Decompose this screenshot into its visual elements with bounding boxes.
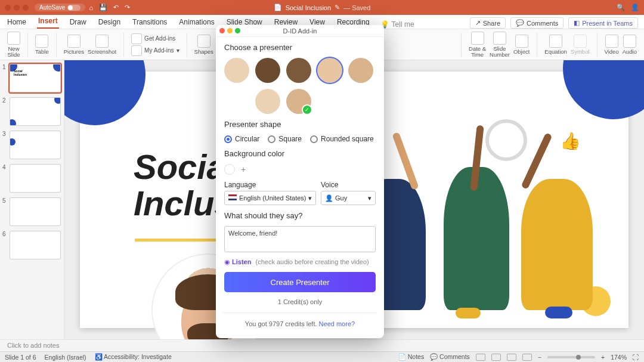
symbol-button[interactable]: Symbol — [571, 35, 590, 55]
normal-view-button[interactable] — [476, 354, 485, 361]
choose-presenter-heading: Choose a presenter — [224, 43, 376, 52]
language-label: Language — [224, 181, 316, 189]
zoom-slider[interactable] — [547, 356, 595, 358]
comments-button[interactable]: 💬Comments — [510, 17, 564, 29]
slide-illustration: 👍 — [354, 107, 605, 316]
accessibility-status[interactable]: ♿ Accessibility: Investigate — [95, 353, 172, 361]
bg-color-row: + — [224, 164, 376, 175]
listen-row[interactable]: ◉ Listen (check audio before creating th… — [224, 258, 376, 266]
slideshow-view-button[interactable] — [522, 354, 532, 361]
redo-icon[interactable]: ↷ — [125, 4, 130, 11]
chevron-down-icon: ▾ — [368, 194, 371, 202]
need-more-link[interactable]: Need more? — [319, 320, 355, 327]
add-bg-color-button[interactable]: + — [241, 165, 246, 174]
presenter-option-2[interactable] — [255, 58, 280, 83]
home-icon[interactable]: ⌂ — [89, 4, 93, 11]
shape-square-radio[interactable]: Square — [268, 135, 302, 143]
thumbnail-6[interactable] — [10, 231, 61, 259]
language-status[interactable]: English (Israel) — [45, 354, 86, 361]
datetime-button[interactable]: Date & Time — [469, 32, 486, 58]
presenter-option-4[interactable] — [317, 58, 342, 83]
presenter-option-1[interactable] — [224, 58, 249, 83]
present-teams-button[interactable]: ◧Present in Teams — [568, 17, 638, 29]
video-button[interactable]: Video — [605, 35, 619, 55]
zoom-out-button[interactable]: − — [538, 354, 541, 361]
pictures-button[interactable]: Pictures — [64, 35, 84, 55]
bg-color-white[interactable] — [224, 164, 235, 175]
credits-cost: 1 Credit(s) only — [224, 298, 376, 305]
get-addins-button[interactable]: Get Add-ins — [131, 33, 175, 45]
audio-button[interactable]: Audio — [623, 35, 637, 55]
tab-animations[interactable]: Animations — [178, 16, 215, 29]
mac-window-controls[interactable] — [5, 5, 29, 11]
tell-me[interactable]: 💡Tell me — [380, 20, 414, 29]
modal-title: D-ID Add-in — [283, 27, 317, 35]
search-icon[interactable]: 🔍 — [617, 4, 625, 11]
new-slide-button[interactable]: New Slide — [7, 32, 20, 58]
shape-rounded-radio[interactable]: Rounded square — [310, 135, 374, 143]
notes-toggle[interactable]: 📄 Notes — [398, 353, 424, 361]
slide-thumbnails: 1SocialInclusion 2 3 4 5 6 — [0, 60, 64, 339]
teams-icon: ◧ — [574, 19, 580, 27]
shape-circular-radio[interactable]: Circular — [224, 135, 259, 143]
flag-icon — [228, 194, 237, 200]
presenter-shape-heading: Presenter shape — [224, 120, 376, 129]
quick-access-toolbar: ⌂ 💾 ↶ ↷ — [89, 4, 130, 11]
autosave-toggle[interactable]: AutoSave — [35, 4, 85, 11]
notes-pane[interactable]: Click to add notes — [0, 339, 644, 351]
share-button[interactable]: ↗Share — [470, 17, 506, 29]
presenter-shape-radios: Circular Square Rounded square — [224, 135, 376, 143]
slidenumber-button[interactable]: Slide Number — [490, 32, 510, 58]
zoom-level[interactable]: 174% — [611, 354, 627, 361]
tab-home[interactable]: Home — [6, 16, 27, 29]
tab-transitions[interactable]: Transitions — [131, 16, 168, 29]
tab-draw[interactable]: Draw — [69, 16, 88, 29]
tab-design[interactable]: Design — [97, 16, 122, 29]
presenter-option-6[interactable] — [255, 89, 280, 114]
modal-window-controls[interactable] — [219, 28, 240, 33]
thumbnail-4[interactable] — [10, 164, 61, 193]
modal-titlebar: D-ID Add-in — [216, 25, 384, 37]
script-textarea[interactable]: Welcome, friend! — [224, 226, 376, 252]
doc-icon: 📄 — [274, 4, 282, 11]
thumbnail-5[interactable] — [10, 197, 61, 226]
shapes-button[interactable]: Shapes — [194, 35, 213, 55]
doc-name: Social Inclusion — [286, 4, 331, 11]
comment-icon: 💬 — [516, 19, 524, 27]
sorter-view-button[interactable] — [491, 354, 501, 361]
say-heading: What should they say? — [224, 211, 376, 220]
chevron-down-icon: ▾ — [177, 47, 179, 54]
presenter-grid — [224, 58, 376, 114]
bg-color-heading: Background color — [224, 149, 376, 158]
tab-insert[interactable]: Insert — [37, 14, 59, 29]
create-presenter-button[interactable]: Create Presenter — [224, 272, 376, 292]
object-button[interactable]: Object — [513, 35, 530, 55]
screenshot-button[interactable]: Screenshot — [88, 35, 116, 55]
autosave-label: AutoSave — [39, 4, 65, 11]
undo-icon[interactable]: ↶ — [113, 4, 119, 11]
voice-select[interactable]: 👤 Guy ▾ — [321, 191, 376, 205]
presenter-option-3[interactable] — [286, 58, 311, 83]
thumbnail-1[interactable]: SocialInclusion — [10, 64, 61, 92]
user-icon[interactable]: 👤 — [631, 4, 639, 11]
saved-label: — Saved — [343, 4, 370, 11]
zoom-in-button[interactable]: + — [601, 354, 605, 361]
table-button[interactable]: Table — [35, 35, 49, 55]
presenter-option-5[interactable] — [348, 58, 373, 83]
language-select[interactable]: English (United States) ▾ — [224, 191, 316, 205]
comments-toggle[interactable]: 💬 Comments — [430, 353, 470, 361]
presenter-option-7[interactable] — [286, 89, 311, 114]
reading-view-button[interactable] — [507, 354, 516, 361]
doc-title: 📄 Social Inclusion ✎ — Saved — [274, 4, 371, 11]
thumbnail-2[interactable] — [10, 97, 61, 126]
save-icon[interactable]: 💾 — [99, 4, 107, 11]
person-icon: 👤 — [325, 194, 333, 202]
titlebar: AutoSave ⌂ 💾 ↶ ↷ 📄 Social Inclusion ✎ — … — [0, 0, 644, 15]
fit-window-button[interactable]: ⛶ — [633, 354, 639, 361]
slide-counter: Slide 1 of 6 — [5, 354, 36, 361]
thumbnail-3[interactable] — [10, 131, 61, 159]
my-addins-button[interactable]: My Add-ins▾ — [131, 45, 179, 57]
play-icon: ◉ — [224, 258, 230, 265]
equation-button[interactable]: Equation — [544, 35, 567, 55]
chevron-down-icon: ▾ — [308, 194, 312, 202]
